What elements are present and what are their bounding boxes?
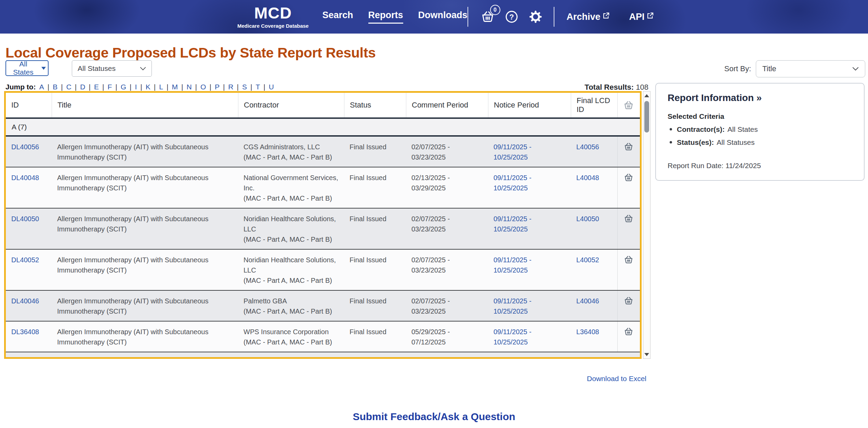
notice-period-link[interactable]: 09/11/2025 - 10/25/2025 [494,297,531,315]
statuses-filter-value: All Statuses [78,64,116,73]
contractor-name: Noridian Healthcare Solutions, LLC [244,214,339,234]
jump-to-letter-link[interactable]: U [260,83,274,91]
table-column-header: Comment Period [406,93,488,117]
report-information-title[interactable]: Report Information » [668,92,852,103]
cell-contractor: Palmetto GBA (MAC - Part A, MAC - Part B… [238,291,344,321]
jump-to-letter-link[interactable]: S [234,83,247,91]
add-to-basket-button[interactable] [617,322,639,352]
final-lcd-id-link[interactable]: L36408 [576,328,599,336]
contractor-type: (MAC - Part A, MAC - Part B) [244,193,339,203]
final-lcd-id-link[interactable]: L40056 [576,143,599,151]
scrollbar-down-button[interactable] [643,350,650,358]
sort-by-select[interactable]: Title [756,60,865,77]
lcd-id-link[interactable]: DL40050 [11,215,39,223]
download-row: Download to Excel [587,375,646,383]
jump-to-label: Jump to: [5,83,36,91]
cell-title: Allergen Immunotherapy (AIT) with Subcut… [52,250,238,290]
jump-to-letter-link[interactable]: I [126,83,137,91]
settings-button[interactable] [528,9,543,25]
contractor-name: National Government Services, Inc. [244,173,339,193]
cell-contractor: CGS Administrators, LLC (MAC - Part A, M… [238,137,344,167]
notice-period-link[interactable]: 09/11/2025 - 10/25/2025 [494,256,531,274]
jump-to-letter-link[interactable]: A [39,83,44,91]
jump-to-letter-link[interactable]: C [57,83,71,91]
cart-button[interactable]: 0 [480,9,496,25]
add-to-basket-button[interactable] [617,291,639,321]
api-link[interactable]: API [629,12,654,22]
gear-icon [529,10,542,23]
jump-to-letter-link[interactable]: K [137,83,150,91]
add-to-basket-button[interactable] [617,137,639,167]
lcd-id-link[interactable]: DL36408 [11,328,39,336]
table-column-header: Notice Period [488,93,571,117]
chevron-down-icon [140,67,146,71]
caret-down-icon [41,67,46,70]
bullet-dot [670,128,672,130]
jump-to-letter-link[interactable]: B [44,83,57,91]
table-column-header: Contractor [238,93,344,117]
lcd-id-link[interactable]: DL40052 [11,256,39,264]
api-link-label: API [629,12,645,22]
download-to-excel-link[interactable]: Download to Excel [587,375,646,382]
states-filter-label: All States [8,60,38,76]
question-circle-icon: ? [505,10,518,23]
mcd-logo[interactable]: MCD Medicare Coverage Database [237,5,308,29]
scrollbar-up-button[interactable] [643,91,650,100]
notice-period-link[interactable]: 09/11/2025 - 10/25/2025 [494,174,531,192]
jump-to-letter-link[interactable]: E [85,83,98,91]
submit-feedback-link[interactable]: Submit Feedback/Ask a Question [353,411,515,422]
nav-item[interactable]: Search [322,10,353,24]
sort-by-group: Sort By: Title [724,60,865,77]
add-to-basket-button[interactable] [617,167,639,208]
cell-comment-period: 02/07/2025 - 03/23/2025 [406,250,488,290]
jump-to-letter-link[interactable]: P [206,83,219,91]
lcd-id-link[interactable]: DL40048 [11,174,39,181]
nav-item[interactable]: Downloads [418,10,468,24]
jump-to-letter-link[interactable]: N [178,83,192,91]
archive-link-label: Archive [567,12,601,22]
cell-id: DL40056 [6,137,52,167]
cell-final-lcd-id: L40046 [571,291,617,321]
jump-to-letter-link[interactable]: F [99,83,112,91]
notice-period-link[interactable]: 09/11/2025 - 10/25/2025 [494,215,531,233]
cell-comment-period: 02/07/2025 - 03/23/2025 [406,137,488,167]
final-lcd-id-link[interactable]: L40052 [576,256,599,264]
jump-to-letter-link[interactable]: O [192,83,206,91]
cell-final-lcd-id: L40048 [571,167,617,208]
report-run-date-value: 11/24/2025 [725,162,761,169]
help-button[interactable]: ? [504,9,520,25]
cell-status: Final Issued [344,250,406,290]
basket-icon [624,255,633,264]
final-lcd-id-link[interactable]: L40048 [576,174,599,181]
statuses-filter-select[interactable]: All Statuses [72,60,152,77]
table-row: DL40056 Allergen Immunotherapy (AIT) wit… [6,137,640,167]
states-filter-dropdown[interactable]: All States [5,60,49,76]
cell-contractor: National Government Services, Inc. (MAC … [238,167,344,208]
nav-item[interactable]: Reports [368,10,403,24]
jump-to-letter-link[interactable]: D [71,83,86,91]
cell-final-lcd-id: L40050 [571,209,617,249]
notice-period-link[interactable]: 09/11/2025 - 10/25/2025 [494,328,531,346]
jump-to-letter-link[interactable]: R [220,83,234,91]
jump-to-letter-link[interactable]: M [163,83,178,91]
footer: Submit Feedback/Ask a Question [0,411,868,423]
logo-subtitle: Medicare Coverage Database [237,23,308,29]
jump-to-letter-link[interactable]: G [112,83,126,91]
section-header-a: A (7) [6,119,640,137]
add-to-basket-button[interactable] [617,209,639,249]
add-to-basket-button[interactable] [617,250,639,290]
cell-id: DL40046 [6,291,52,321]
final-lcd-id-link[interactable]: L40050 [576,215,599,223]
jump-to-letter-link[interactable]: T [247,83,260,91]
lcd-id-link[interactable]: DL40046 [11,297,39,305]
scrollbar-thumb[interactable] [644,101,649,133]
archive-link[interactable]: Archive [567,12,609,22]
cell-comment-period: 02/07/2025 - 03/23/2025 [406,209,488,249]
logo-title: MCD [254,5,292,21]
report-information-panel: Report Information » Selected Criteria C… [655,83,865,181]
table-scrollbar[interactable] [643,91,650,359]
jump-to-letter-link[interactable]: L [150,83,163,91]
lcd-id-link[interactable]: DL40056 [11,143,39,151]
notice-period-link[interactable]: 09/11/2025 - 10/25/2025 [494,143,531,161]
final-lcd-id-link[interactable]: L40046 [576,297,599,305]
